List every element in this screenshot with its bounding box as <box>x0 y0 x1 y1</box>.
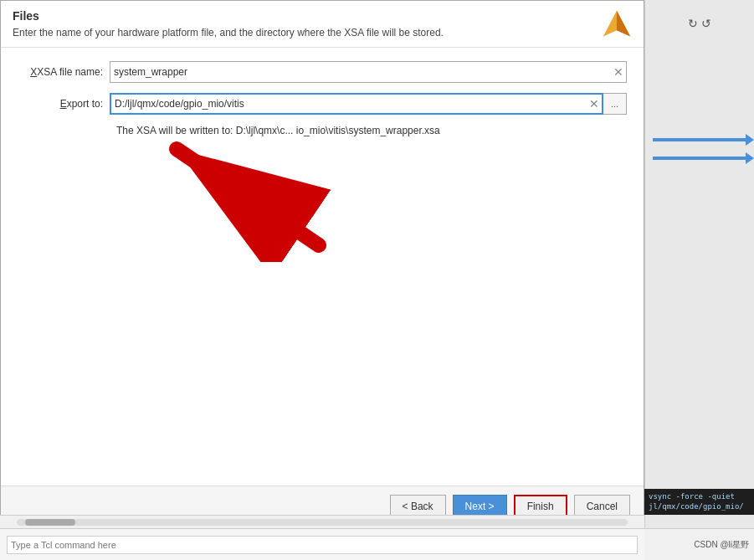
diagram-area <box>644 134 754 171</box>
scrollbar-area <box>0 515 644 528</box>
xsa-label: XXSA file name: <box>18 66 110 78</box>
export-label: Export to: <box>18 98 110 110</box>
export-to-row: Export to: ✕ ... <box>18 93 627 115</box>
dialog-title: Files <box>13 9 444 23</box>
status-text: CSDN @li星野 <box>694 539 749 551</box>
refresh-icon[interactable]: ↻ <box>688 17 698 30</box>
xsa-input-wrapper: ✕ <box>110 61 627 83</box>
export-clear-button[interactable]: ✕ <box>587 96 602 111</box>
annotation-area <box>18 145 627 279</box>
console-line-2: jl/qmx/code/gpio_mio/ <box>649 501 750 512</box>
undo-icon[interactable]: ↺ <box>701 17 711 30</box>
export-hardware-dialog: Files Enter the name of your hardware pl… <box>0 0 644 527</box>
dialog-body: XXSA file name: ✕ Export to: ✕ ... The X… <box>1 48 644 486</box>
blue-line-1 <box>653 138 746 141</box>
export-path-input[interactable] <box>111 95 587 113</box>
export-input-wrapper: ✕ <box>110 93 603 115</box>
red-arrow-annotation <box>85 136 403 262</box>
console-line-1: vsync -force -quiet <box>649 491 750 502</box>
svg-marker-1 <box>617 11 630 37</box>
tcl-command-bar <box>0 528 644 560</box>
xsa-clear-button[interactable]: ✕ <box>611 64 626 80</box>
svg-line-4 <box>177 149 319 245</box>
dialog-subtitle: Enter the name of your hardware platform… <box>13 26 444 40</box>
right-panel: ↻ ↺ vsync -force -quiet jl/qmx/code/gpio… <box>644 0 754 560</box>
diagram-line-2 <box>644 152 754 164</box>
xsa-filename-row: XXSA file name: ✕ <box>18 61 627 83</box>
arrow-right-1 <box>746 134 754 146</box>
blue-line-2 <box>653 157 746 160</box>
vivado-logo <box>602 9 632 39</box>
tcl-input[interactable] <box>7 536 638 554</box>
console-area: vsync -force -quiet jl/qmx/code/gpio_mio… <box>644 489 754 515</box>
arrow-right-2 <box>746 152 754 164</box>
xsa-path-info: The XSA will be written to: D:\ljl\qmx\c… <box>116 125 627 136</box>
scrollbar-thumb[interactable] <box>25 519 75 526</box>
diagram-line-1 <box>644 134 754 146</box>
dialog-header: Files Enter the name of your hardware pl… <box>1 1 644 48</box>
xsa-filename-input[interactable] <box>110 62 611 82</box>
status-bar: CSDN @li星野 <box>644 528 754 560</box>
browse-button[interactable]: ... <box>603 93 627 115</box>
scrollbar-track <box>17 519 628 526</box>
